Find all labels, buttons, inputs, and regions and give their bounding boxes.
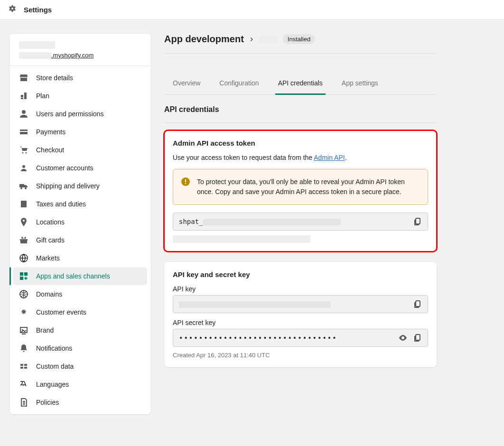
sidebar-item-label: Gift cards — [36, 236, 65, 244]
store-domain-link[interactable]: .myshopify.com — [51, 52, 93, 59]
sidebar-item-checkout[interactable]: Checkout — [13, 141, 147, 159]
store-subdomain-redacted — [19, 52, 51, 59]
store-icon — [19, 73, 28, 83]
sidebar-item-apps-and-sales-channels[interactable]: Apps and sales channels — [13, 267, 147, 285]
tax-icon — [19, 199, 28, 209]
api-secret-value: •••••••••••••••••••••••••••••••• — [179, 334, 394, 342]
sidebar-item-label: Notifications — [36, 344, 72, 352]
events-icon — [19, 307, 28, 317]
card-title: API key and secret key — [173, 270, 428, 279]
sidebar-item-label: Customer events — [36, 308, 86, 316]
token-redacted — [203, 219, 341, 225]
chevron-right-icon — [249, 37, 254, 42]
sidebar-item-users-and-permissions[interactable]: Users and permissions — [13, 105, 147, 123]
card-title: Admin API access token — [173, 139, 428, 147]
sidebar-item-gift-cards[interactable]: Gift cards — [13, 231, 147, 249]
sidebar-item-store-details[interactable]: Store details — [13, 69, 147, 87]
sidebar-item-label: Brand — [36, 326, 54, 334]
copy-icon[interactable] — [412, 217, 422, 226]
sidebar-item-label: Payments — [36, 128, 65, 136]
api-secret-label: API secret key — [173, 319, 428, 326]
topbar: Settings — [0, 0, 504, 19]
breadcrumb: App development Installed — [164, 34, 437, 54]
tab-overview[interactable]: Overview — [170, 73, 203, 95]
data-icon — [19, 362, 28, 371]
api-key-label: API key — [173, 285, 428, 293]
tab-configuration[interactable]: Configuration — [216, 73, 261, 95]
brand-icon — [19, 325, 28, 335]
tab-app-settings[interactable]: App settings — [339, 73, 381, 95]
eye-icon[interactable] — [398, 333, 408, 343]
sidebar-item-domains[interactable]: Domains — [13, 285, 147, 303]
sidebar-item-label: Languages — [36, 381, 69, 388]
api-key-field[interactable] — [173, 295, 428, 313]
sidebar-item-customer-events[interactable]: Customer events — [13, 303, 147, 321]
domain-icon — [19, 289, 28, 299]
store-url[interactable]: .myshopify.com — [19, 52, 141, 59]
api-keys-card: API key and secret key API key API secre… — [164, 262, 437, 367]
sidebar-item-languages[interactable]: Languages — [13, 375, 147, 393]
sidebar-item-brand[interactable]: Brand — [13, 321, 147, 339]
sidebar-item-notifications[interactable]: Notifications — [13, 339, 147, 357]
admin-api-link[interactable]: Admin API — [314, 154, 345, 161]
topbar-title: Settings — [24, 6, 52, 14]
sidebar-item-label: Store details — [36, 74, 73, 82]
settings-sidebar: .myshopify.com Store detailsPlanUsers an… — [9, 34, 151, 414]
sidebar-item-label: Locations — [36, 218, 65, 226]
sidebar-item-payments[interactable]: Payments — [13, 123, 147, 141]
token-meta-redacted — [173, 235, 310, 243]
truck-icon — [19, 181, 28, 191]
sidebar-item-label: Domains — [36, 290, 62, 298]
copy-icon[interactable] — [412, 299, 422, 309]
sidebar-item-label: Plan — [36, 92, 49, 100]
sidebar-item-label: Custom data — [36, 362, 74, 370]
sidebar-item-taxes-and-duties[interactable]: Taxes and duties — [13, 195, 147, 213]
sidebar-item-plan[interactable]: Plan — [13, 87, 147, 105]
api-key-redacted — [179, 301, 331, 308]
sidebar-item-label: Markets — [36, 254, 60, 262]
sidebar-item-policies[interactable]: Policies — [13, 393, 147, 411]
sidebar-item-locations[interactable]: Locations — [13, 213, 147, 231]
sidebar-item-label: Users and permissions — [36, 110, 103, 118]
api-key-value — [179, 300, 409, 308]
sidebar-item-label: Taxes and duties — [36, 200, 86, 208]
store-block: .myshopify.com — [9, 34, 151, 66]
api-secret-field[interactable]: •••••••••••••••••••••••••••••••• — [173, 329, 428, 347]
apps-icon — [19, 271, 28, 281]
status-badge: Installed — [283, 34, 315, 44]
sidebar-item-shipping-and-delivery[interactable]: Shipping and delivery — [13, 177, 147, 195]
main-content: App development Installed OverviewConfig… — [164, 34, 437, 427]
warning-text: To protect your data, you'll only be abl… — [197, 177, 420, 197]
user-icon — [19, 109, 28, 119]
policies-icon — [19, 398, 28, 407]
sidebar-item-markets[interactable]: Markets — [13, 249, 147, 267]
access-token-value: shpat_ — [179, 218, 409, 225]
tab-api-credentials[interactable]: API credentials — [275, 73, 326, 95]
sidebar-item-label: Apps and sales channels — [36, 272, 110, 280]
breadcrumb-root[interactable]: App development — [164, 34, 244, 45]
sidebar-item-label: Policies — [36, 399, 59, 406]
sidebar-item-label: Customer accounts — [36, 164, 93, 172]
admin-api-token-card: Admin API access token Use your access t… — [164, 130, 437, 251]
store-name-redacted — [19, 41, 55, 49]
reveal-once-warning: To protect your data, you'll only be abl… — [173, 169, 428, 205]
bell-icon — [19, 344, 28, 353]
card-description: Use your access token to request data fr… — [173, 154, 428, 161]
section-title: API credentials — [164, 105, 437, 123]
sidebar-item-customer-accounts[interactable]: Customer accounts — [13, 159, 147, 177]
access-token-field[interactable]: shpat_ — [173, 213, 428, 231]
globe-icon — [19, 253, 28, 263]
app-name-redacted — [259, 36, 278, 43]
plan-icon — [19, 91, 28, 101]
warning-icon — [181, 177, 190, 186]
detail-tabs: OverviewConfigurationAPI credentialsApp … — [164, 73, 437, 95]
person-icon — [19, 163, 28, 173]
settings-nav: Store detailsPlanUsers and permissionsPa… — [9, 66, 151, 414]
sidebar-item-custom-data[interactable]: Custom data — [13, 357, 147, 375]
copy-icon[interactable] — [412, 333, 422, 343]
created-meta: Created Apr 16, 2023 at 11:40 UTC — [173, 352, 428, 359]
cart-icon — [19, 145, 28, 155]
sidebar-item-label: Shipping and delivery — [36, 182, 100, 190]
gear-icon — [8, 5, 17, 14]
payments-icon — [19, 127, 28, 137]
